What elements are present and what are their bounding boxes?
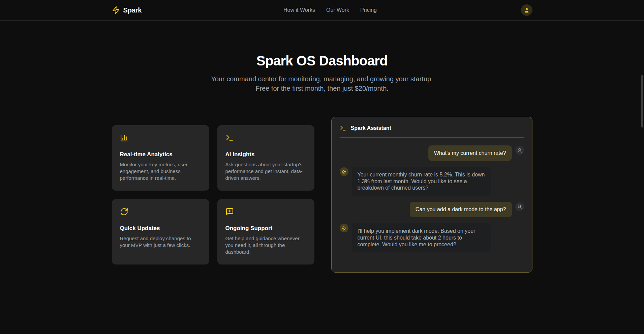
feature-card-quick-updates: Quick Updates Request and deploy changes… — [112, 199, 209, 265]
feature-card-ongoing-support: Ongoing Support Get help and guidance wh… — [217, 199, 314, 265]
assistant-message-bubble: I'll help you implement dark mode. Based… — [352, 223, 491, 252]
chat-message-user: What's my current churn rate? — [340, 145, 524, 161]
assistant-avatar — [340, 167, 348, 176]
chat-header: Spark Assistant — [332, 117, 532, 137]
chat-messages: What's my current churn rate? Your curre… — [332, 138, 532, 260]
terminal-icon — [225, 134, 306, 142]
brand-name: Spark — [123, 6, 142, 14]
zap-icon — [112, 6, 120, 14]
hero-section: Spark OS Dashboard Your command center f… — [0, 53, 644, 93]
zap-icon — [341, 226, 346, 231]
refresh-icon — [120, 207, 201, 216]
user-avatar — [515, 146, 524, 155]
feature-card-realtime-analytics: Real-time Analytics Monitor your key met… — [112, 125, 209, 191]
page-scrollbar-track — [641, 0, 644, 334]
account-avatar-button[interactable] — [521, 4, 532, 16]
user-icon — [524, 7, 530, 13]
nav-link-pricing[interactable]: Pricing — [360, 7, 377, 13]
message-square-plus-icon — [225, 207, 306, 216]
terminal-icon — [340, 125, 346, 132]
feature-card-description: Get help and guidance whenever you need … — [225, 235, 306, 255]
user-avatar — [515, 202, 524, 211]
nav-link-our-work[interactable]: Our Work — [326, 7, 349, 13]
chat-panel-title: Spark Assistant — [351, 125, 391, 131]
feature-card-description: Request and deploy changes to your MVP w… — [120, 235, 201, 249]
nav-link-how-it-works[interactable]: How it Works — [283, 7, 315, 13]
feature-card-title: Ongoing Support — [225, 225, 306, 232]
chat-message-user: Can you add a dark mode to the app? — [340, 202, 524, 217]
brand-logo[interactable]: Spark — [112, 6, 142, 14]
features-grid: Real-time Analytics Monitor your key met… — [112, 125, 314, 265]
navbar: Spark How it Works Our Work Pricing — [0, 0, 644, 21]
user-message-bubble: Can you add a dark mode to the app? — [410, 202, 512, 217]
feature-card-title: AI Insights — [225, 151, 306, 158]
nav-links: How it Works Our Work Pricing — [283, 7, 377, 13]
chat-message-assistant: I'll help you implement dark mode. Based… — [340, 223, 524, 252]
feature-card-title: Quick Updates — [120, 225, 201, 232]
feature-card-description: Ask questions about your startup's perfo… — [225, 161, 306, 182]
spark-assistant-panel: Spark Assistant What's my current churn … — [331, 117, 532, 273]
chart-column-icon — [120, 134, 201, 142]
chat-message-assistant: Your current monthly churn rate is 5.2%.… — [340, 167, 524, 196]
feature-card-description: Monitor your key metrics, user engagemen… — [120, 161, 201, 182]
feature-card-title: Real-time Analytics — [120, 151, 201, 158]
user-icon — [517, 204, 522, 210]
main-content: Real-time Analytics Monitor your key met… — [112, 117, 532, 273]
feature-card-ai-insights: AI Insights Ask questions about your sta… — [217, 125, 314, 191]
user-message-bubble: What's my current churn rate? — [428, 145, 512, 161]
hero-subtitle: Your command center for monitoring, mana… — [206, 74, 438, 93]
assistant-message-bubble: Your current monthly churn rate is 5.2%.… — [352, 167, 491, 196]
page-scrollbar-thumb[interactable] — [641, 75, 643, 128]
user-icon — [517, 148, 522, 153]
assistant-avatar — [340, 224, 348, 232]
page-title: Spark OS Dashboard — [0, 53, 644, 68]
navbar-inner: Spark How it Works Our Work Pricing — [112, 0, 532, 20]
zap-icon — [341, 169, 346, 174]
